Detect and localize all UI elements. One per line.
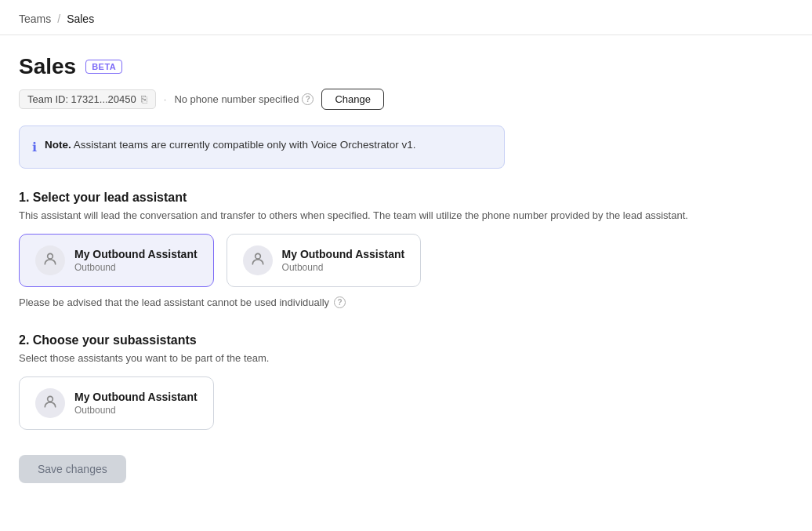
lead-assistant-card-0[interactable]: My Outbound Assistant Outbound	[19, 234, 214, 287]
breadcrumb-current: Sales	[67, 13, 94, 25]
info-icon: ℹ	[32, 138, 37, 157]
subassistant-cards: My Outbound Assistant Outbound	[19, 376, 793, 430]
lead-assistant-card-1[interactable]: My Outbound Assistant Outbound	[227, 234, 422, 287]
section2-subtitle: Select those assistants you want to be p…	[19, 352, 793, 364]
section1-subtitle: This assistant will lead the conversatio…	[19, 209, 793, 221]
svg-point-0	[48, 253, 53, 259]
avatar	[35, 388, 65, 418]
change-button[interactable]: Change	[321, 89, 384, 110]
meta-row: Team ID: 17321...20450 ⎘ · No phone numb…	[19, 89, 793, 110]
note-text: Note. Assistant teams are currently comp…	[45, 137, 415, 153]
note-box: ℹ Note. Assistant teams are currently co…	[19, 125, 505, 169]
breadcrumb-separator: /	[57, 13, 60, 25]
lead-note: Please be advised that the lead assistan…	[19, 296, 793, 308]
team-id-label: Team ID: 17321...20450	[27, 93, 136, 105]
no-phone-label: No phone number specified ?	[174, 93, 314, 105]
avatar	[35, 245, 65, 275]
save-changes-button[interactable]: Save changes	[19, 455, 126, 483]
no-phone-help-icon[interactable]: ?	[302, 93, 314, 105]
avatar	[243, 245, 273, 275]
lead-note-help-icon[interactable]: ?	[334, 296, 346, 308]
page-title: Sales	[19, 54, 76, 79]
section-subassistants: 2. Choose your subassistants Select thos…	[19, 333, 793, 430]
beta-badge: BETA	[85, 60, 122, 74]
page-header: Sales BETA	[19, 54, 793, 79]
person-icon	[42, 251, 58, 271]
svg-point-1	[255, 253, 260, 259]
subassistant-card-0[interactable]: My Outbound Assistant Outbound	[19, 376, 214, 430]
copy-icon[interactable]: ⎘	[141, 93, 147, 105]
team-id-box: Team ID: 17321...20450 ⎘	[19, 89, 156, 109]
breadcrumb: Teams / Sales	[0, 13, 812, 35]
svg-point-2	[48, 396, 53, 402]
section-lead-assistant: 1. Select your lead assistant This assis…	[19, 191, 793, 308]
section1-title: 1. Select your lead assistant	[19, 191, 793, 205]
person-icon	[250, 251, 266, 271]
dot-separator: ·	[164, 93, 167, 105]
lead-assistant-cards: My Outbound Assistant Outbound My Outbou…	[19, 234, 793, 287]
section2-title: 2. Choose your subassistants	[19, 333, 793, 347]
breadcrumb-teams-link[interactable]: Teams	[19, 13, 51, 25]
person-icon	[42, 394, 58, 413]
